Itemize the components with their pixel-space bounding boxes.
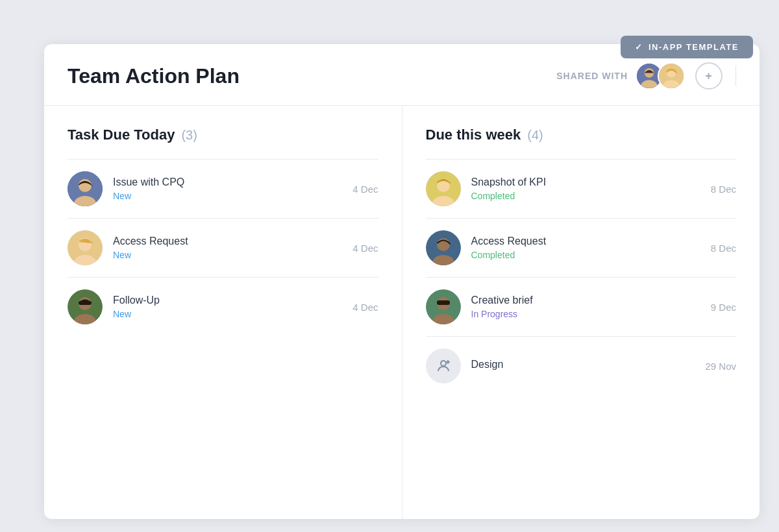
task-date: 29 Nov [705,361,736,372]
left-panel: Task Due Today (3) [44,106,402,519]
task-info: Creative brief In Progress [471,295,700,319]
add-avatar-button[interactable]: + [695,62,723,90]
task-name: Access Request [113,236,342,247]
task-avatar [426,230,461,265]
right-panel-title: Due this week (4) [426,127,737,143]
task-avatar [68,289,103,324]
task-avatar [426,171,461,206]
header-divider [736,66,736,86]
task-status: New [113,309,342,319]
task-item: Creative brief In Progress 9 Dec [426,277,737,336]
task-item: Access Request New 4 Dec [68,218,378,277]
left-task-list: Issue with CPQ New 4 Dec [68,159,378,336]
task-date: 4 Dec [352,243,378,254]
task-date: 8 Dec [711,243,736,254]
task-item: Snapshot of KPI Completed 8 Dec [426,159,737,218]
task-info: Access Request New [113,236,342,260]
svg-rect-27 [437,300,450,305]
task-status: Completed [471,191,700,201]
task-item: Access Request Completed 8 Dec [426,218,737,277]
task-date: 4 Dec [352,184,378,195]
task-avatar [68,230,103,265]
main-card: Team Action Plan SHARED WITH [44,44,760,519]
right-panel: Due this week (4) Snapshot [402,106,760,519]
task-avatar [68,171,103,206]
shared-section: SHARED WITH [556,62,736,90]
task-status: New [113,191,342,201]
task-status: In Progress [471,309,700,319]
task-item: Issue with CPQ New 4 Dec [68,159,378,218]
task-name: Creative brief [471,295,700,306]
task-item: Design 29 Nov [426,336,737,395]
task-item: Follow-Up New 4 Dec [68,277,378,336]
task-date: 8 Dec [711,184,736,195]
right-panel-title-text: Due this week [426,127,521,143]
content-area: Task Due Today (3) [44,106,760,519]
task-info: Follow-Up New [113,295,342,319]
add-person-button[interactable] [426,348,461,383]
svg-point-3 [645,68,654,77]
check-icon: ✓ [635,42,643,52]
task-info: Access Request Completed [471,236,700,260]
left-panel-count: (3) [181,128,197,143]
task-name: Snapshot of KPI [471,176,700,188]
in-app-template-banner: ✓ IN-APP TEMPLATE [621,36,753,58]
right-task-list: Snapshot of KPI Completed 8 Dec [426,159,737,395]
avatar-user2 [658,62,685,90]
task-info: Snapshot of KPI Completed [471,176,700,201]
task-status: Completed [471,250,700,260]
task-avatar [426,289,461,324]
right-panel-count: (4) [527,128,543,143]
avatar-group [636,62,685,90]
task-name: Access Request [471,236,700,247]
task-status: New [113,250,342,260]
task-info: Issue with CPQ New [113,176,342,201]
svg-point-28 [441,361,446,366]
task-name: Follow-Up [113,295,342,306]
shared-with-label: SHARED WITH [556,71,628,81]
svg-rect-17 [79,301,92,305]
left-panel-title-text: Task Due Today [68,127,175,143]
left-panel-title: Task Due Today (3) [68,127,378,143]
task-name: Issue with CPQ [113,176,342,188]
banner-label: IN-APP TEMPLATE [649,42,739,52]
task-name: Design [471,359,695,370]
task-date: 9 Dec [711,302,736,313]
page-title: Team Action Plan [68,64,240,88]
task-info: Design [471,359,695,373]
task-date: 4 Dec [352,302,378,313]
